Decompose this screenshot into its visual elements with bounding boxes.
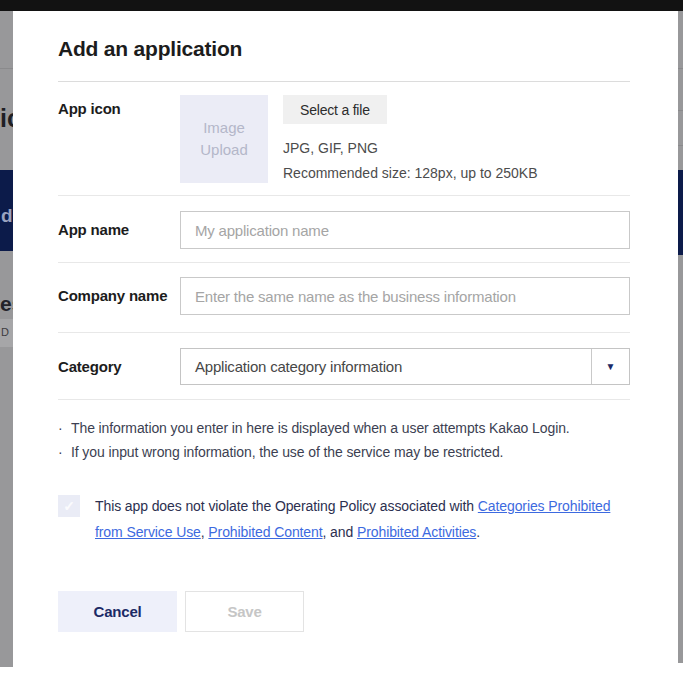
category-row: Category Application category informatio… [58,333,630,400]
background-accent-button: d [0,170,13,251]
note-text: If you input wrong information, the use … [71,440,503,464]
note-item: · The information you enter in here is d… [58,416,630,440]
app-icon-label: App icon [58,95,180,183]
divider [678,68,683,69]
dimmed-page-right-edge [678,11,683,673]
agreement-text-after: . [476,524,480,540]
divider [678,145,683,146]
add-application-modal: Add an application App icon Image Upload… [13,11,678,673]
note-item: · If you input wrong information, the us… [58,440,630,464]
background-button-fragment: d [1,205,13,227]
cancel-button[interactable]: Cancel [58,591,177,632]
company-name-row: Company name [58,263,630,333]
company-name-label: Company name [58,277,180,315]
agreement-separator: , and [323,524,357,540]
image-upload-placeholder: Image Upload [193,117,255,161]
app-icon-row: App icon Image Upload Select a file JPG,… [58,82,630,196]
background-small-fragment: D [1,326,9,338]
company-name-input[interactable] [180,277,630,315]
link-prohibited-activities[interactable]: Prohibited Activities [357,524,476,540]
app-name-row: App name [58,196,630,263]
background-footer [0,667,13,673]
checkmark-icon: ✓ [63,499,75,513]
chevron-down-icon: ▼ [606,362,616,372]
background-accent-button [678,170,683,255]
divider [678,110,683,111]
background-list-fragment: es [0,292,13,316]
bullet-icon: · [58,416,71,440]
site-header-bar [0,0,683,11]
dimmed-page-left-edge: ic d es D [0,11,13,673]
recommended-size-text: Recommended size: 128px, up to 250KB [283,165,538,181]
link-prohibited-content[interactable]: Prohibited Content [208,524,322,540]
category-select-value: Application category information [181,349,591,384]
modal-title: Add an application [58,11,630,82]
background-footer [678,663,683,673]
policy-agreement-text: This app does not violate the Operating … [95,493,627,545]
policy-agreement-checkbox[interactable]: ✓ [58,495,80,517]
select-file-button[interactable]: Select a file [283,95,387,124]
notes-list: · The information you enter in here is d… [58,400,630,464]
background-heading-fragment: ic [0,104,13,133]
note-text: The information you enter in here is dis… [71,416,570,440]
save-button[interactable]: Save [185,591,304,632]
image-upload-dropzone[interactable]: Image Upload [180,95,268,183]
modal-actions: Cancel Save [58,591,630,632]
divider [0,68,13,69]
app-name-label: App name [58,211,180,249]
policy-agreement-row: ✓ This app does not violate the Operatin… [58,493,630,545]
category-label: Category [58,348,180,385]
allowed-formats-text: JPG, GIF, PNG [283,140,538,156]
category-select[interactable]: Application category information ▼ [180,348,630,385]
app-name-input[interactable] [180,211,630,249]
agreement-text-before: This app does not violate the Operating … [95,498,478,514]
bullet-icon: · [58,440,71,464]
category-dropdown-button[interactable]: ▼ [591,349,629,384]
